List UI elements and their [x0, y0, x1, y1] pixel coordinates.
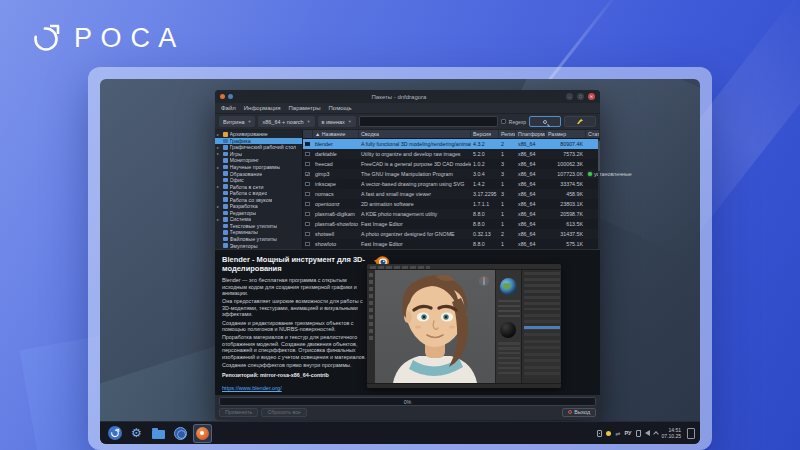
window-pin-icon[interactable] — [220, 94, 225, 99]
package-release: 1 — [499, 241, 516, 247]
category-icon — [223, 184, 228, 189]
package-size: 458.9K — [546, 191, 586, 197]
search-button[interactable] — [529, 116, 561, 127]
package-arch: x86_64 — [516, 221, 546, 227]
package-size: 23803.1K — [546, 201, 586, 207]
apply-button[interactable]: Применить — [219, 408, 258, 417]
package-info-panel: Blender - Мощный инструмент для 3D-модел… — [215, 249, 600, 395]
quit-button[interactable]: Выход — [562, 408, 596, 417]
package-row[interactable]: ✓gimp3The GNU Image Manipulation Program… — [303, 169, 600, 179]
package-row[interactable]: showfotoFast Image Editor8.8.01x86_64575… — [303, 239, 600, 249]
package-row[interactable]: plasma6-digikamA KDE photo management ut… — [303, 209, 600, 219]
rosa-launcher-icon — [108, 426, 122, 440]
package-version: 8.8.0 — [471, 221, 499, 227]
category-icon — [223, 158, 228, 163]
category-icon — [223, 191, 228, 196]
search-in-dropdown[interactable]: в именах▼ — [318, 116, 356, 127]
minimize-button[interactable]: – — [566, 93, 573, 100]
package-checkbox[interactable] — [305, 212, 310, 217]
notes-icon[interactable] — [597, 430, 602, 437]
regexp-checkbox[interactable] — [501, 119, 506, 124]
category-tree: ▸АрхивированиеГрафика▸Графический рабочи… — [215, 130, 303, 249]
outliner-rows — [524, 272, 560, 310]
column-header-summary[interactable]: Сводка — [359, 130, 471, 138]
category-icon — [223, 139, 228, 144]
package-description: Blender — это бесплатная программа с отк… — [222, 277, 372, 369]
table-scrollbar[interactable] — [598, 139, 600, 249]
package-checkbox[interactable] — [305, 222, 310, 227]
category-label: Терминалы — [230, 229, 258, 235]
category-icon — [223, 204, 228, 209]
package-summary: A KDE photo management utility — [359, 211, 471, 217]
arrows-icon[interactable] — [615, 430, 620, 437]
package-size: 613.5K — [546, 221, 586, 227]
chevron-up-icon[interactable] — [653, 431, 659, 437]
package-arch: x86_64 — [516, 171, 546, 177]
browser-icon[interactable] — [171, 424, 190, 443]
package-row[interactable]: plasma6-showfotoFast Image Editor8.8.01x… — [303, 219, 600, 229]
column-header-name[interactable]: ▲ Название — [313, 130, 359, 138]
package-row[interactable]: blenderA fully functional 3D modeling/re… — [303, 139, 600, 149]
menubar-item[interactable]: Помощь — [329, 105, 352, 111]
package-release: 3 — [499, 191, 516, 197]
category-icon — [223, 145, 228, 150]
main-split: ▸АрхивированиеГрафика▸Графический рабочи… — [215, 130, 600, 249]
column-header-platform[interactable]: Платформа — [516, 130, 546, 138]
package-row[interactable]: freecadFreeCAD is a general purpose 3D C… — [303, 159, 600, 169]
chevron-down-icon: ▼ — [348, 119, 352, 124]
package-name: nomacs — [313, 191, 359, 197]
column-header-release[interactable]: Релиз — [499, 130, 516, 138]
material-preview-sphere — [500, 278, 517, 295]
menubar-item[interactable]: Файл — [221, 105, 236, 111]
package-size: 575.1K — [546, 241, 586, 247]
package-row[interactable]: opentoonz2D animation software1.7.1.11x8… — [303, 199, 600, 209]
category-item[interactable]: Эмуляторы — [215, 242, 302, 249]
close-button[interactable]: ✕ — [588, 93, 595, 100]
settings-gear-icon[interactable]: ⚙ — [127, 424, 146, 443]
file-manager-icon[interactable] — [149, 424, 168, 443]
column-header-version[interactable]: Версия — [471, 130, 499, 138]
maximize-button[interactable]: □ — [577, 93, 584, 100]
view-dropdown[interactable]: Витрина▼ — [219, 116, 255, 127]
package-checkbox[interactable] — [305, 142, 310, 147]
window-titlebar[interactable]: Пакеты - dnfdragora – □ ✕ — [215, 90, 600, 103]
package-checkbox[interactable] — [305, 242, 310, 247]
package-checkbox[interactable] — [305, 202, 310, 207]
screenshot-frame: Пакеты - dnfdragora – □ ✕ ФайлИнформация… — [88, 67, 712, 450]
column-header-status[interactable]: Статус — [586, 130, 600, 138]
file-manager-icon — [152, 430, 165, 439]
volume-icon[interactable] — [645, 430, 650, 436]
dnfdragora-icon[interactable] — [193, 424, 212, 443]
category-label: Работа с видео — [230, 190, 268, 196]
show-desktop-button[interactable] — [687, 428, 695, 439]
package-checkbox[interactable] — [305, 162, 310, 167]
clock[interactable]: 14:51 07.10.25 — [662, 427, 681, 439]
reset-button[interactable]: Сбросить все — [261, 408, 306, 417]
clipboard-icon[interactable] — [636, 430, 641, 437]
keyboard-layout-indicator[interactable]: РУ — [625, 430, 632, 436]
menubar-item[interactable]: Параметры — [289, 105, 321, 111]
menubar-item[interactable]: Информация — [244, 105, 281, 111]
package-checkbox[interactable] — [305, 152, 310, 157]
package-version: 0.32.13 — [471, 231, 499, 237]
package-row[interactable]: darktableUtility to organize and develop… — [303, 149, 600, 159]
package-row[interactable]: nomacsA fast and small image viewer3.17.… — [303, 189, 600, 199]
search-input[interactable] — [359, 116, 498, 127]
expander-icon: ▸ — [217, 217, 221, 222]
package-checkbox[interactable] — [305, 182, 310, 187]
panel-rows — [498, 300, 520, 318]
package-arch: x86_64 — [516, 201, 546, 207]
column-header-size[interactable]: Размер — [546, 130, 586, 138]
category-label: Текстовые утилиты — [230, 223, 278, 229]
rosa-launcher-icon[interactable] — [105, 424, 124, 443]
package-row[interactable]: inkscapeA vector-based drawing program u… — [303, 179, 600, 189]
package-checkbox[interactable] — [305, 192, 310, 197]
package-row[interactable]: shotwellA photo organizer designed for G… — [303, 229, 600, 239]
color-dot-icon[interactable] — [606, 431, 611, 436]
clear-search-button[interactable] — [564, 116, 596, 127]
package-summary: A vector-based drawing program using SVG — [359, 181, 471, 187]
settings-gear-icon: ⚙ — [131, 427, 142, 439]
package-checkbox[interactable] — [305, 232, 310, 237]
arch-dropdown[interactable]: x86_64 + noarch▼ — [258, 116, 314, 127]
package-checkbox[interactable]: ✓ — [305, 172, 310, 177]
